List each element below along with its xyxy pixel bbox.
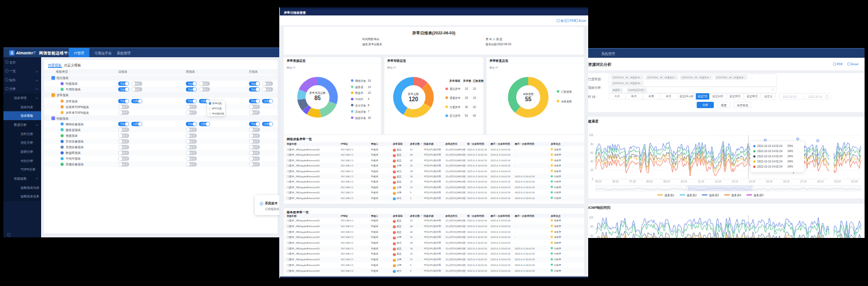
svg-text:19:14: 19:14 [834, 180, 841, 183]
svg-text:40: 40 [590, 160, 594, 163]
svg-text:服务器1: 服务器1 [665, 194, 674, 197]
svg-text:0: 0 [592, 178, 593, 181]
svg-text:08:22: 08:22 [646, 180, 653, 183]
svg-text:80: 80 [590, 143, 594, 146]
svg-text:60: 60 [590, 235, 594, 237]
svg-text:10:14: 10:14 [681, 180, 688, 183]
svg-text:14:14: 14:14 [749, 180, 756, 183]
svg-text:11:14: 11:14 [698, 180, 704, 183]
svg-text:05:22: 05:22 [595, 180, 602, 183]
svg-text:15:14: 15:14 [766, 180, 773, 183]
svg-text:服务器2: 服务器2 [687, 194, 697, 197]
svg-text:17:14: 17:14 [800, 180, 807, 183]
svg-text:服务器4: 服务器4 [732, 194, 741, 197]
svg-text:06:22: 06:22 [612, 180, 619, 183]
svg-text:20: 20 [590, 169, 594, 172]
svg-text:13:14: 13:14 [732, 180, 738, 183]
svg-text:服务器3: 服务器3 [709, 194, 719, 197]
svg-text:100: 100 [589, 134, 593, 137]
svg-text:60: 60 [590, 152, 594, 154]
svg-text:07:22: 07:22 [629, 180, 636, 183]
svg-text:100: 100 [589, 216, 593, 219]
svg-text:16:14: 16:14 [783, 180, 790, 183]
svg-text:18:14: 18:14 [817, 180, 824, 183]
svg-text:20:14: 20:14 [851, 180, 858, 183]
svg-text:服务器5: 服务器5 [754, 194, 763, 197]
svg-text:80: 80 [590, 225, 594, 228]
svg-text:09:14: 09:14 [664, 180, 670, 183]
svg-text:12:14: 12:14 [715, 180, 722, 183]
